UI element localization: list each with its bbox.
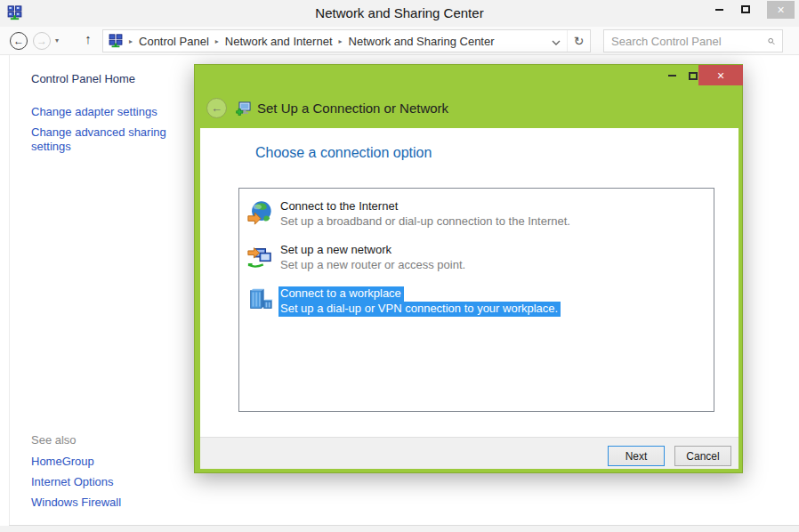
dialog-footer: Next Cancel bbox=[200, 437, 738, 469]
dialog-back-button[interactable]: ← bbox=[206, 98, 227, 118]
option-connect-to-internet[interactable]: Connect to the Internet Set up a broadba… bbox=[246, 199, 573, 230]
sidebar-item-internet-options[interactable]: Internet Options bbox=[31, 475, 114, 489]
close-button[interactable]: × bbox=[767, 1, 795, 19]
search-input[interactable] bbox=[611, 35, 768, 48]
sidebar-item-windows-firewall[interactable]: Windows Firewall bbox=[31, 496, 121, 510]
dialog-heading: Choose a connection option bbox=[255, 145, 432, 161]
minimize-button[interactable] bbox=[708, 1, 730, 18]
recent-pages-dropdown[interactable]: ▾ bbox=[55, 36, 59, 44]
maximize-icon bbox=[741, 5, 750, 13]
chevron-down-icon bbox=[552, 40, 561, 45]
option-description: Set up a dial-up or VPN connection to yo… bbox=[280, 302, 561, 317]
setup-connection-dialog: × ← Set Up a Connection or Network Choos… bbox=[194, 64, 743, 473]
network-location-icon bbox=[109, 34, 123, 48]
window-frame-strip bbox=[0, 526, 799, 532]
option-set-up-new-network[interactable]: Set up a new network Set up a new router… bbox=[246, 243, 468, 273]
cancel-button[interactable]: Cancel bbox=[674, 446, 731, 466]
close-icon: × bbox=[717, 69, 724, 83]
workplace-buildings-icon bbox=[246, 286, 273, 313]
option-title: Connect to a workplace bbox=[280, 286, 561, 302]
up-arrow-icon: ↑ bbox=[85, 31, 92, 46]
window-frame-left bbox=[9, 55, 10, 525]
setup-network-icon bbox=[236, 101, 251, 117]
see-also-heading: See also bbox=[31, 433, 77, 447]
breadcrumb-separator-icon: ▸ bbox=[333, 37, 349, 45]
breadcrumb-network-and-internet[interactable]: Network and Internet bbox=[225, 35, 333, 48]
window-title: Network and Sharing Center bbox=[0, 0, 799, 27]
option-description: Set up a new router or access point. bbox=[280, 258, 468, 273]
back-icon: ← bbox=[211, 101, 222, 115]
breadcrumb-control-panel[interactable]: Control Panel bbox=[139, 35, 209, 48]
back-icon: ← bbox=[13, 35, 24, 47]
back-button[interactable]: ← bbox=[10, 32, 28, 50]
dialog-title: Set Up a Connection or Network bbox=[257, 101, 448, 116]
search-icon bbox=[768, 36, 775, 47]
sidebar-item-homegroup[interactable]: HomeGroup bbox=[31, 455, 94, 469]
maximize-button[interactable] bbox=[735, 1, 756, 18]
breadcrumb-separator-icon: ▸ bbox=[209, 37, 225, 45]
dialog-content-panel: Choose a connection option Connect to th… bbox=[200, 128, 738, 437]
dialog-close-button[interactable]: × bbox=[698, 65, 743, 85]
title-bar: Network and Sharing Center × bbox=[0, 0, 799, 27]
sidebar-item-change-advanced-sharing-settings[interactable]: Change advanced sharing settings bbox=[31, 125, 181, 154]
chevron-down-icon: ▾ bbox=[55, 36, 59, 44]
option-description: Set up a broadband or dial-up connection… bbox=[280, 214, 573, 230]
connection-options-list: Connect to the Internet Set up a broadba… bbox=[238, 188, 714, 412]
globe-arrow-icon bbox=[246, 199, 273, 226]
refresh-icon: ↻ bbox=[574, 34, 585, 48]
search-box[interactable] bbox=[603, 29, 783, 52]
forward-button[interactable]: → bbox=[33, 32, 51, 50]
breadcrumb-network-and-sharing-center[interactable]: Network and Sharing Center bbox=[349, 35, 495, 48]
up-button[interactable]: ↑ bbox=[80, 31, 96, 46]
sidebar-item-change-adapter-settings[interactable]: Change adapter settings bbox=[31, 105, 157, 119]
close-icon: × bbox=[777, 3, 784, 17]
breadcrumb-separator-icon: ▸ bbox=[123, 37, 139, 45]
minimize-icon bbox=[715, 9, 723, 11]
option-title: Set up a new network bbox=[280, 243, 468, 258]
sidebar-item-control-panel-home[interactable]: Control Panel Home bbox=[31, 72, 135, 86]
address-dropdown-button[interactable] bbox=[545, 33, 567, 49]
minimize-icon bbox=[668, 75, 676, 77]
address-bar[interactable]: ▸ Control Panel ▸ Network and Internet ▸… bbox=[102, 29, 591, 52]
refresh-button[interactable]: ↻ bbox=[567, 30, 590, 52]
forward-icon: → bbox=[36, 35, 47, 47]
maximize-icon bbox=[689, 72, 698, 80]
option-title: Connect to the Internet bbox=[280, 199, 573, 214]
option-connect-to-workplace[interactable]: Connect to a workplace Set up a dial-up … bbox=[246, 286, 561, 317]
new-network-arrow-icon bbox=[246, 243, 273, 270]
next-button[interactable]: Next bbox=[608, 446, 665, 466]
dialog-minimize-button[interactable] bbox=[661, 69, 682, 83]
